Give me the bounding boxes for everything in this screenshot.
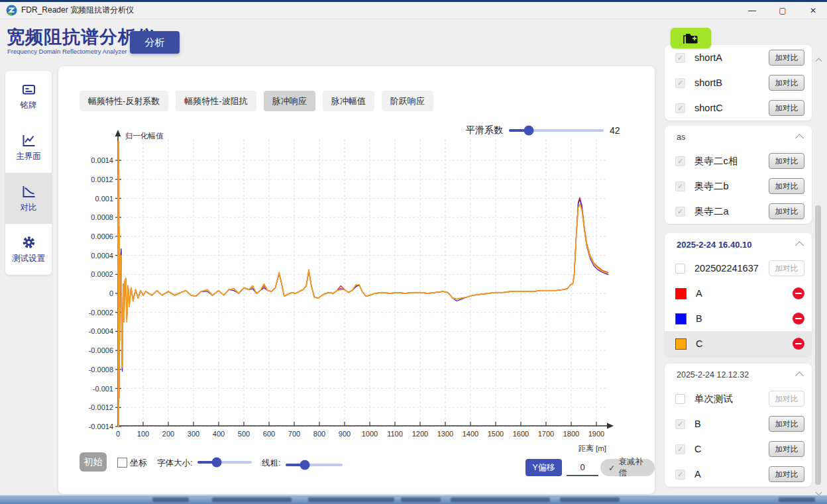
scroll-up-arrow-icon[interactable] [814, 56, 823, 65]
svg-text:1100: 1100 [387, 430, 403, 438]
minimize-button[interactable]: — [741, 3, 763, 18]
add-compare-button[interactable]: 加对比 [769, 466, 804, 482]
svg-text:0: 0 [109, 289, 113, 297]
tab-4[interactable]: 阶跃响应 [382, 91, 433, 111]
y-offset-input[interactable] [567, 459, 598, 476]
list-item: ✓shortB加对比 [665, 70, 812, 95]
add-compare-button[interactable]: 加对比 [769, 153, 804, 169]
analyze-button[interactable]: 分析 [130, 31, 180, 54]
add-folder-button[interactable] [671, 28, 711, 48]
item-checkbox: ✓ [675, 419, 685, 429]
font-size-slider[interactable] [197, 461, 252, 464]
svg-text:500: 500 [238, 430, 250, 438]
svg-text:-0.0002: -0.0002 [89, 309, 113, 317]
folder-plus-icon [681, 30, 701, 46]
attenuation-label: 衰减补偿 [618, 456, 647, 479]
item-checkbox[interactable] [675, 264, 685, 274]
titlebar: FDR_Reader 宽频阻抗谱分析仪 — ▢ ✕ [0, 2, 827, 19]
svg-text:0.001: 0.001 [95, 195, 113, 203]
item-checkbox: ✓ [675, 207, 685, 217]
tab-0[interactable]: 幅频特性-反射系数 [80, 91, 168, 111]
tab-3[interactable]: 脉冲幅值 [323, 91, 374, 111]
coordinates-checkbox[interactable] [117, 458, 127, 468]
add-compare-button[interactable]: 加对比 [769, 203, 804, 219]
svg-text:1900: 1900 [588, 430, 604, 438]
list-item: ✓C加对比 [665, 436, 812, 462]
add-compare-button[interactable]: 加对比 [769, 441, 804, 457]
svg-text:距离 [m]: 距离 [m] [579, 444, 606, 452]
tab-2[interactable]: 脉冲响应 [264, 91, 315, 111]
item-checkbox: ✓ [675, 181, 685, 191]
item-checkbox: ✓ [675, 78, 685, 88]
item-checkbox: ✓ [675, 470, 685, 479]
svg-text:-0.0012: -0.0012 [89, 403, 113, 411]
remove-series-button[interactable] [793, 287, 804, 299]
sidebar-item-label: 主界面 [16, 151, 41, 162]
chart-card: 幅频特性-反射系数幅频特性-波阻抗脉冲响应脉冲幅值阶跃响应 平滑系数 42 0.… [58, 66, 655, 494]
svg-text:1400: 1400 [463, 430, 478, 438]
group-header[interactable]: as [665, 126, 812, 148]
svg-text:1600: 1600 [513, 430, 529, 438]
add-compare-button[interactable]: 加对比 [769, 178, 804, 194]
line-width-label: 线粗: [262, 458, 280, 469]
add-compare-button[interactable]: 加对比 [769, 100, 804, 116]
series-color-swatch [675, 288, 687, 299]
close-button[interactable]: ✕ [802, 3, 824, 18]
main-icon [21, 132, 37, 148]
coordinates-label: 坐标 [130, 457, 147, 469]
measurement-group: 2025-2-24 12.12.32单次测试加对比✓B加对比✓C加对比✓A加对比 [665, 364, 812, 487]
sidebar: 铭牌主界面对比测试设置 [5, 71, 52, 275]
item-name: B [696, 313, 783, 324]
add-compare-button[interactable]: 加对比 [769, 50, 804, 66]
svg-text:1300: 1300 [437, 430, 453, 438]
check-icon: ✓ [608, 463, 615, 473]
list-item: ✓shortC加对比 [665, 95, 812, 121]
sidebar-item-label: 对比 [21, 202, 37, 213]
item-name: shortB [694, 77, 759, 88]
svg-text:0.0008: 0.0008 [91, 213, 113, 221]
item-checkbox: ✓ [675, 156, 685, 166]
sidebar-item-nameplate[interactable]: 铭牌 [5, 71, 52, 122]
response-chart: 0.00140.00120.0010.00080.00060.00040.000… [83, 126, 643, 460]
group-header[interactable]: 2025-2-24 12.12.32 [665, 364, 812, 386]
measurement-group: ✓shortA加对比✓shortB加对比✓shortC加对比 [665, 45, 812, 121]
font-size-label: 字体大小: [157, 458, 192, 469]
item-name: 奥寺二c相 [694, 155, 759, 168]
measurement-group: 2025-2-24 16.40.10202502241637加对比ABC [665, 233, 812, 356]
svg-text:1500: 1500 [488, 430, 504, 438]
remove-series-button[interactable] [793, 313, 804, 325]
list-item: ✓shortA加对比 [665, 45, 812, 70]
measurement-group: as✓奥寺二c相加对比✓奥寺二b加对比✓奥寺二a加对比 [665, 126, 812, 224]
compare-icon [21, 183, 37, 199]
font-size-slider-thumb[interactable] [211, 458, 221, 468]
tab-1[interactable]: 幅频特性-波阻抗 [176, 91, 256, 111]
maximize-button[interactable]: ▢ [771, 3, 794, 18]
attenuation-toggle[interactable]: ✓ 衰减补偿 [600, 459, 655, 476]
sidebar-item-settings[interactable]: 测试设置 [5, 224, 52, 275]
y-offset-button[interactable]: Y偏移 [525, 459, 562, 476]
svg-text:1800: 1800 [563, 430, 579, 438]
list-item: ✓奥寺二a加对比 [665, 199, 812, 224]
sidebar-item-main[interactable]: 主界面 [5, 122, 52, 173]
line-width-slider-thumb[interactable] [300, 460, 310, 470]
chevron-up-icon [795, 372, 804, 380]
add-compare-button[interactable]: 加对比 [769, 416, 804, 432]
svg-text:0.0012: 0.0012 [91, 176, 113, 183]
add-compare-button[interactable]: 加对比 [769, 75, 804, 91]
svg-text:-0.0004: -0.0004 [89, 327, 113, 335]
item-name: 奥寺二b [694, 180, 759, 193]
svg-text:0: 0 [116, 430, 120, 438]
sidebar-item-label: 铭牌 [21, 100, 37, 111]
sidebar-item-compare[interactable]: 对比 [5, 173, 52, 224]
remove-series-button[interactable] [793, 338, 804, 350]
item-name: C [696, 338, 783, 349]
reset-button[interactable]: 初始 [80, 452, 107, 472]
chevron-up-icon [795, 134, 804, 142]
line-width-slider[interactable] [286, 464, 343, 466]
item-checkbox[interactable] [675, 394, 685, 404]
item-name: 奥寺二a [694, 205, 759, 218]
chevron-up-icon [795, 241, 804, 250]
svg-text:归一化幅值: 归一化幅值 [125, 132, 164, 140]
group-header[interactable]: 2025-2-24 16.40.10 [665, 233, 812, 256]
scrollbar-thumb[interactable] [815, 205, 821, 485]
